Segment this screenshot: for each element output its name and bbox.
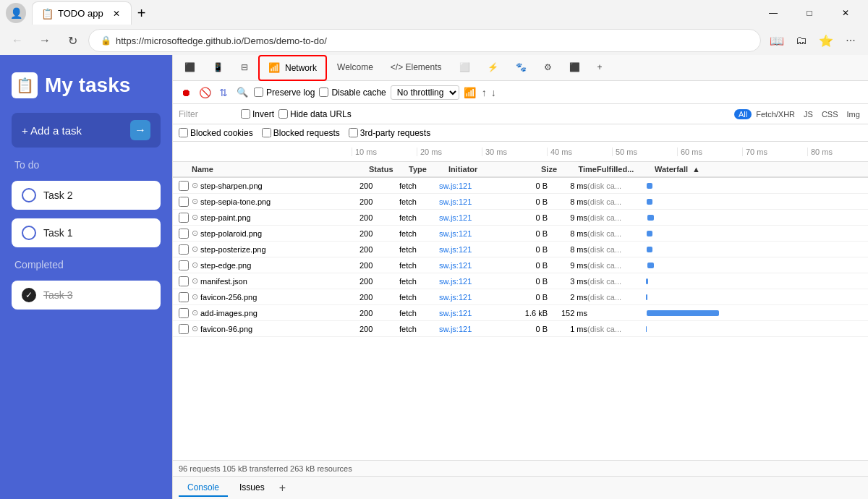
filter-type-fetch[interactable]: Fetch/XHR bbox=[752, 109, 799, 119]
throttle-select[interactable]: No throttling bbox=[391, 85, 459, 100]
close-button[interactable]: ✕ bbox=[829, 0, 862, 26]
task-item-task2[interactable]: Task 2 bbox=[12, 181, 161, 210]
header-waterfall[interactable]: Waterfall ▲ bbox=[655, 165, 868, 174]
row-initiator-6[interactable]: sw.js:121 bbox=[439, 277, 504, 286]
task-item-task3[interactable]: ✓ Task 3 bbox=[12, 281, 161, 310]
filter-type-img[interactable]: Img bbox=[843, 109, 864, 119]
devtools-tab-inspect[interactable]: ⬛ bbox=[176, 55, 204, 81]
upload-icon[interactable]: ↑ bbox=[482, 87, 487, 98]
filter-type-media[interactable]: Media bbox=[864, 109, 868, 119]
row-initiator-4[interactable]: sw.js:121 bbox=[439, 245, 504, 254]
row-checkbox-9[interactable] bbox=[179, 324, 189, 334]
row-checkbox-6[interactable] bbox=[179, 276, 189, 286]
header-name[interactable]: Name bbox=[192, 165, 369, 174]
favorites-icon[interactable]: ⭐ bbox=[814, 29, 838, 52]
row-initiator-0[interactable]: sw.js:121 bbox=[439, 182, 504, 190]
row-checkbox-8[interactable] bbox=[179, 308, 189, 318]
blocked-cookies-checkbox[interactable]: Blocked cookies bbox=[179, 128, 253, 138]
header-status[interactable]: Status bbox=[369, 165, 409, 174]
table-row[interactable]: ⊙ favicon-96.png 200 fetch sw.js:121 0 B… bbox=[173, 321, 868, 337]
table-row[interactable]: ⊙ step-paint.png 200 fetch sw.js:121 0 B… bbox=[173, 210, 868, 226]
blocked-requests-input[interactable] bbox=[262, 128, 271, 137]
devtools-tab-elements[interactable]: </> Elements bbox=[382, 55, 451, 81]
row-checkbox-0[interactable] bbox=[179, 181, 189, 191]
tab-close-button[interactable]: ✕ bbox=[111, 8, 122, 20]
preserve-log-checkbox[interactable]: Preserve log bbox=[254, 88, 315, 98]
table-row[interactable]: ⊙ manifest.json 200 fetch sw.js:121 0 B … bbox=[173, 273, 868, 289]
forward-button[interactable]: → bbox=[33, 29, 56, 52]
table-row[interactable]: ⊙ add-images.png 200 fetch sw.js:121 1.6… bbox=[173, 305, 868, 321]
task-item-task1[interactable]: Task 1 bbox=[12, 218, 161, 247]
filter-type-css[interactable]: CSS bbox=[817, 109, 843, 119]
table-row[interactable]: ⊙ step-polaroid.png 200 fetch sw.js:121 … bbox=[173, 226, 868, 242]
devtools-tab-network[interactable]: 📶 Network bbox=[258, 55, 327, 81]
read-aloud-icon[interactable]: 📖 bbox=[765, 29, 788, 52]
invert-checkbox[interactable]: Invert bbox=[241, 109, 274, 119]
clear-button[interactable]: 🚫 bbox=[197, 85, 212, 100]
disable-cache-checkbox[interactable]: Disable cache bbox=[319, 88, 386, 98]
table-row[interactable]: ⊙ favicon-256.png 200 fetch sw.js:121 0 … bbox=[173, 289, 868, 305]
third-party-checkbox[interactable]: 3rd-party requests bbox=[349, 128, 430, 138]
table-row[interactable]: ⊙ step-posterize.png 200 fetch sw.js:121… bbox=[173, 242, 868, 257]
filter-type-js[interactable]: JS bbox=[799, 109, 817, 119]
collections-icon[interactable]: 🗂 bbox=[790, 29, 813, 52]
active-tab[interactable]: 📋 TODO app ✕ bbox=[32, 1, 132, 25]
record-button[interactable]: ⏺ bbox=[179, 85, 193, 100]
invert-input[interactable] bbox=[241, 109, 250, 119]
minimize-button[interactable]: — bbox=[757, 0, 790, 26]
devtools-tab-more[interactable]: + bbox=[589, 55, 611, 81]
maximize-button[interactable]: □ bbox=[793, 0, 826, 26]
devtools-tab-media[interactable]: ⬛ bbox=[561, 55, 589, 81]
devtools-tab-settings[interactable]: ⚙ bbox=[535, 55, 561, 81]
row-initiator-1[interactable]: sw.js:121 bbox=[439, 197, 504, 206]
blocked-cookies-input[interactable] bbox=[179, 128, 188, 137]
new-tab-button[interactable]: + bbox=[132, 3, 152, 23]
row-initiator-3[interactable]: sw.js:121 bbox=[439, 229, 504, 238]
download-icon[interactable]: ↓ bbox=[491, 87, 496, 98]
row-initiator-7[interactable]: sw.js:121 bbox=[439, 293, 504, 302]
filter-button[interactable]: ⇅ bbox=[216, 85, 231, 100]
add-task-button[interactable]: + Add a task → bbox=[12, 113, 161, 148]
table-row[interactable]: ⊙ step-sharpen.png 200 fetch sw.js:121 0… bbox=[173, 178, 868, 194]
header-type[interactable]: Type bbox=[409, 165, 448, 174]
add-panel-button[interactable]: + bbox=[279, 482, 286, 495]
devtools-tab-welcome[interactable]: Welcome bbox=[328, 55, 382, 81]
user-avatar[interactable]: 👤 bbox=[6, 3, 26, 23]
row-checkbox-7[interactable] bbox=[179, 292, 189, 302]
header-size[interactable]: Size bbox=[514, 165, 557, 174]
row-checkbox-3[interactable] bbox=[179, 229, 189, 239]
row-checkbox-2[interactable] bbox=[179, 213, 189, 223]
filter-type-all[interactable]: All bbox=[734, 109, 752, 119]
row-initiator-2[interactable]: sw.js:121 bbox=[439, 213, 504, 222]
row-checkbox-5[interactable] bbox=[179, 260, 189, 270]
preserve-log-input[interactable] bbox=[254, 88, 263, 97]
issues-tab[interactable]: Issues bbox=[231, 479, 273, 497]
disable-cache-input[interactable] bbox=[319, 88, 328, 97]
devtools-tab-console-icon[interactable]: ⬜ bbox=[451, 55, 479, 81]
more-options-icon[interactable]: ··· bbox=[839, 29, 862, 52]
devtools-tab-memory[interactable]: 🐾 bbox=[507, 55, 535, 81]
header-time[interactable]: Time bbox=[557, 165, 597, 174]
hide-data-urls-checkbox[interactable]: Hide data URLs bbox=[278, 109, 352, 119]
refresh-button[interactable]: ↻ bbox=[61, 29, 84, 52]
row-initiator-8[interactable]: sw.js:121 bbox=[439, 309, 504, 317]
devtools-tab-device[interactable]: 📱 bbox=[204, 55, 232, 81]
row-initiator-5[interactable]: sw.js:121 bbox=[439, 261, 504, 270]
devtools-tab-split[interactable]: ⊟ bbox=[232, 55, 257, 81]
third-party-input[interactable] bbox=[349, 128, 358, 137]
row-waterfall-0 bbox=[645, 180, 868, 192]
back-button[interactable]: ← bbox=[6, 29, 29, 52]
row-checkbox-4[interactable] bbox=[179, 244, 189, 255]
blocked-requests-checkbox[interactable]: Blocked requests bbox=[262, 128, 340, 138]
search-icon[interactable]: 🔍 bbox=[235, 85, 250, 100]
row-checkbox-1[interactable] bbox=[179, 197, 189, 207]
header-initiator[interactable]: Initiator bbox=[448, 165, 514, 174]
url-bar[interactable]: 🔒 https://microsoftedge.github.io/Demos/… bbox=[88, 29, 761, 52]
console-tab[interactable]: Console bbox=[179, 479, 228, 497]
table-row[interactable]: ⊙ step-sepia-tone.png 200 fetch sw.js:12… bbox=[173, 194, 868, 210]
hide-data-urls-input[interactable] bbox=[278, 109, 288, 119]
devtools-tab-performance[interactable]: ⚡ bbox=[479, 55, 507, 81]
header-fulfilled[interactable]: Fulfilled... bbox=[597, 165, 655, 174]
table-row[interactable]: ⊙ step-edge.png 200 fetch sw.js:121 0 B … bbox=[173, 257, 868, 273]
row-initiator-9[interactable]: sw.js:121 bbox=[439, 325, 504, 333]
